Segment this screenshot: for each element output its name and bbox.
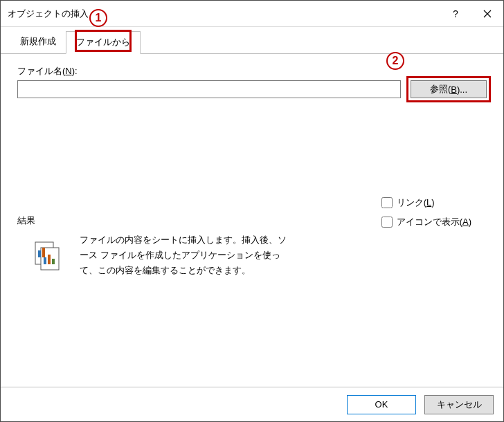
svg-rect-3 [48, 255, 51, 264]
displayicon-checkbox-label: アイコンで表示(A) [397, 216, 471, 228]
svg-rect-2 [44, 257, 46, 264]
link-checkbox-label: リンク(L) [397, 196, 435, 209]
close-icon [483, 10, 492, 18]
svg-rect-5 [38, 250, 41, 257]
window-buttons: ? [440, 1, 503, 26]
annotation-highlight-1 [75, 30, 132, 52]
filename-input[interactable] [17, 80, 401, 98]
result-body: ファイルの内容をシートに挿入します。挿入後、ソース ファイルを作成したアプリケー… [17, 232, 487, 278]
dialog-title: オブジェクトの挿入 [8, 8, 440, 20]
help-button[interactable]: ? [440, 1, 471, 27]
annotation-highlight-2 [406, 76, 491, 102]
dialog-insert-object: オブジェクトの挿入 ? 1 新規作成 ファイルから 2 ファイル名(N): [0, 0, 504, 422]
annotation-badge-1: 1 [89, 9, 107, 27]
svg-rect-6 [42, 248, 45, 257]
link-checkbox[interactable] [381, 197, 393, 208]
result-description: ファイルの内容をシートに挿入します。挿入後、ソース ファイルを作成したアプリケー… [80, 232, 287, 278]
displayicon-checkbox[interactable] [381, 217, 393, 228]
annotation-badge-2: 2 [386, 52, 404, 70]
close-button[interactable] [471, 1, 503, 27]
checkbox-group: リンク(L) アイコンで表示(A) [381, 196, 471, 228]
dialog-body: 2 ファイル名(N): 参照(B)... リンク [1, 54, 503, 387]
embed-file-icon [31, 241, 66, 268]
ok-button[interactable]: OK [347, 395, 416, 414]
titlebar: オブジェクトの挿入 ? [1, 1, 503, 27]
link-checkbox-row[interactable]: リンク(L) [381, 196, 471, 209]
dialog-footer: OK キャンセル [1, 387, 503, 421]
svg-rect-4 [52, 259, 55, 264]
cancel-button[interactable]: キャンセル [424, 395, 494, 414]
tab-new[interactable]: 新規作成 [10, 31, 66, 53]
filename-section: ファイル名(N): 参照(B)... [17, 65, 487, 98]
displayicon-checkbox-row[interactable]: アイコンで表示(A) [381, 216, 471, 228]
filename-row: 参照(B)... [17, 80, 487, 98]
